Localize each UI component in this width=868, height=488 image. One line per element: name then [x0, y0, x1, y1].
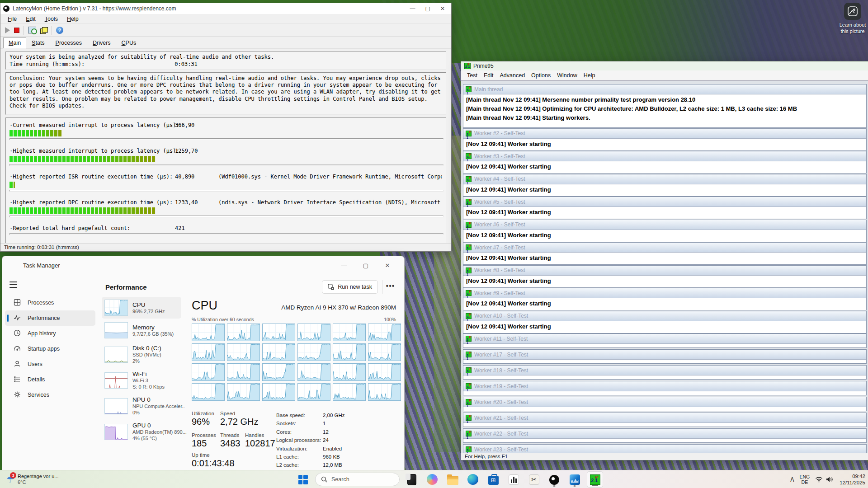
taskbar-snipping-tool-icon[interactable] — [526, 471, 542, 488]
hamburger-menu-icon[interactable] — [8, 278, 23, 291]
child-window-titlebar[interactable]: P2-1Worker #19 - Self-Test — [463, 381, 866, 391]
search-box[interactable]: Search — [315, 473, 400, 486]
prime95-titlebar[interactable]: P2-1 Prime95 — [461, 61, 868, 70]
worker-body-sliver — [463, 407, 866, 411]
child-window-titlebar[interactable]: P2-1Worker #4 - Self-Test — [463, 174, 866, 184]
sidebar-item-processes[interactable]: Processes — [5, 295, 95, 310]
worker-log: [Nov 12 09:41] Worker starting — [463, 207, 866, 219]
close-button[interactable]: ✕ — [440, 5, 445, 12]
stop-icon[interactable] — [14, 28, 19, 33]
child-window-titlebar[interactable]: P2-1Worker #17 - Self-Test — [463, 350, 866, 360]
menu-edit[interactable]: Edit — [22, 15, 39, 23]
latencymon-titlebar[interactable]: LatencyMon (Home Edition ) v 7.31 - http… — [0, 3, 451, 14]
perf-item-name: GPU 0 — [132, 422, 179, 429]
monitor-search-icon[interactable] — [28, 27, 36, 33]
child-window-titlebar[interactable]: P2-1Worker #11 - Self-Test — [463, 334, 866, 344]
latencymon-window: LatencyMon (Home Edition ) v 7.31 - http… — [0, 3, 452, 252]
taskbar-file-explorer-icon[interactable] — [444, 471, 461, 488]
child-window-titlebar[interactable]: P2-1Worker #9 - Self-Test — [463, 288, 866, 298]
taskbar-audio-levels-app-icon[interactable] — [505, 471, 522, 488]
menu-tools[interactable]: Tools — [41, 15, 61, 23]
child-window-titlebar[interactable]: P2-1Worker #8 - Self-Test — [463, 266, 866, 276]
maximize-button[interactable]: ▢ — [359, 262, 373, 269]
sidebar-item-app-history[interactable]: App history — [5, 326, 95, 341]
child-window-titlebar[interactable]: P2-1Worker #3 - Self-Test — [463, 151, 866, 161]
taskbar-prime95-app-icon[interactable]: P2-1 — [587, 471, 603, 488]
tab-cpus[interactable]: CPUs — [116, 38, 142, 48]
child-window-titlebar[interactable]: P2-1Worker #2 - Self-Test — [463, 129, 866, 139]
perf-item-name: Memory — [132, 324, 174, 331]
volume-icon[interactable] — [826, 476, 833, 483]
minimize-button[interactable]: — — [337, 262, 351, 269]
run-new-task-button[interactable]: Run new task — [322, 280, 378, 294]
task-manager-titlebar[interactable]: Task Manager — ▢ ✕ — [2, 256, 404, 274]
tab-drivers[interactable]: Drivers — [87, 38, 116, 48]
child-window-titlebar[interactable]: P2-1Main thread — [463, 84, 866, 94]
start-button[interactable] — [295, 471, 311, 488]
close-button[interactable]: ✕ — [381, 262, 394, 269]
child-window-title: Worker #2 - Self-Test — [474, 130, 525, 136]
menu-help[interactable]: Help — [63, 15, 82, 23]
perf-item-npu[interactable]: NPU 0NPU Compute Acceler..0% — [102, 394, 181, 418]
sidebar-item-startup-apps[interactable]: Startup apps — [5, 341, 95, 357]
latencymon-menubar: File Edit Tools Help — [0, 14, 451, 24]
maximize-button[interactable]: ▢ — [425, 5, 430, 12]
perf-item-sub: NPU Compute Acceler.. — [132, 403, 179, 409]
child-window-titlebar[interactable]: P2-1Worker #22 - Self-Test — [463, 429, 866, 439]
clock[interactable]: 09:42 12/11/2025 — [840, 473, 865, 486]
tab-stats[interactable]: Stats — [26, 38, 50, 48]
language-indicator[interactable]: ENGDE — [800, 474, 810, 485]
child-window-title: Main thread — [474, 86, 503, 93]
child-window-titlebar[interactable]: P2-1Worker #5 - Self-Test — [463, 197, 866, 207]
taskbar-microsoft-store-icon[interactable] — [485, 471, 501, 488]
child-window-titlebar[interactable]: P2-1Worker #20 - Self-Test — [463, 397, 866, 407]
learn-about-picture[interactable]: Learn about this picture — [837, 3, 868, 34]
menu-advanced[interactable]: Advanced — [496, 71, 528, 80]
metric-driver-info: (Wdf01000.sys - Kernel Mode Driver Frame… — [218, 174, 442, 180]
sidebar-item-users[interactable]: Users — [5, 357, 95, 372]
child-window-titlebar[interactable]: P2-1Worker #7 - Self-Test — [463, 243, 866, 253]
sidebar-item-services[interactable]: Services — [5, 387, 95, 403]
menu-options[interactable]: Options — [528, 71, 554, 80]
weather-widget[interactable]: ☂3 Regentage vor u... 6°C — [4, 471, 61, 488]
child-window-titlebar[interactable]: P2-1Worker #21 - Self-Test — [463, 413, 866, 423]
minimize-button[interactable]: — — [410, 5, 415, 12]
cpu-core-chart — [192, 343, 225, 361]
sidebar-item-performance[interactable]: Performance — [5, 310, 95, 326]
menu-test[interactable]: Test — [464, 71, 481, 80]
perf-item-cpu[interactable]: CPU96% 2,72 GHz — [102, 297, 181, 319]
taskbar-task-manager-app-icon[interactable] — [566, 471, 583, 488]
toolbar-separator — [24, 26, 24, 35]
wifi-icon[interactable] — [815, 476, 823, 483]
taskbar-copilot-icon[interactable] — [424, 471, 440, 488]
child-window-titlebar[interactable]: P2-1Worker #18 - Self-Test — [463, 366, 866, 375]
menu-edit[interactable]: Edit — [481, 71, 497, 80]
sidebar-item-details[interactable]: Details — [5, 372, 95, 387]
child-window-titlebar[interactable]: P2-1Worker #6 - Self-Test — [463, 220, 866, 230]
tab-main[interactable]: Main — [3, 38, 26, 48]
tab-processes[interactable]: Processes — [50, 38, 87, 48]
child-window-titlebar[interactable]: P2-1Worker #10 - Self-Test — [463, 311, 866, 321]
stacked-pages-icon[interactable] — [40, 27, 47, 33]
menu-file[interactable]: File — [4, 15, 20, 23]
help-icon[interactable]: ? — [56, 27, 63, 34]
perf-item-gpu[interactable]: GPU 0AMD Radeon(TM) 890...4% (55 °C) — [102, 419, 181, 444]
cpu-core-chart — [297, 383, 330, 401]
child-window-titlebar[interactable]: P2-1Worker #23 - Self-Test — [463, 445, 866, 453]
taskbar-latencymon-app-icon[interactable] — [546, 471, 562, 488]
menu-help[interactable]: Help — [580, 71, 599, 80]
latencymon-tabs: Main Stats Processes Drivers CPUs — [0, 37, 451, 48]
worker-log: [Nov 12 09:41] Worker starting — [463, 253, 866, 264]
perf-item-disk[interactable]: Disk 0 (C:)SSD (NVMe)2% — [102, 342, 181, 367]
taskbar-widgets-dark-app-icon[interactable] — [404, 471, 420, 488]
play-icon[interactable] — [5, 27, 10, 33]
tray-chevron-icon[interactable]: ᐱ — [790, 477, 794, 483]
taskbar-microsoft-edge-icon[interactable] — [465, 471, 481, 488]
more-options-button[interactable]: ••• — [382, 280, 398, 294]
metric-label: ·Reported total hard pagefault count: — [9, 225, 175, 231]
menu-window[interactable]: Window — [554, 71, 580, 80]
task-manager-sidebar: ProcessesPerformanceApp historyStartup a… — [2, 274, 99, 470]
mdi-child-worker: P2-1Worker #4 - Self-Test[Nov 12 09:41] … — [463, 174, 867, 197]
perf-item-wifi[interactable]: Wi-FiWi-Fi 3S: 0 R: 0 Kbps — [102, 368, 181, 393]
perf-item-memory[interactable]: Memory9,7/27,6 GB (35%) — [102, 319, 181, 341]
